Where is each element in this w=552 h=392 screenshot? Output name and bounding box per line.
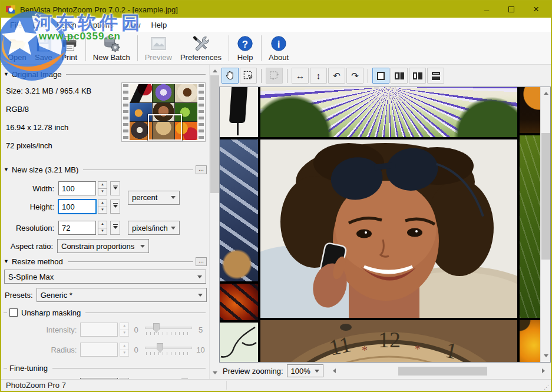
height-input[interactable] — [58, 200, 96, 214]
view-side-by-side-button[interactable] — [409, 68, 426, 84]
chevron-down-icon — [197, 275, 202, 281]
toolbar-separator — [229, 35, 229, 61]
menu-help[interactable]: Help — [146, 19, 172, 31]
scrollbar-thumb[interactable] — [541, 133, 550, 260]
intensity-max: 5 — [193, 325, 208, 334]
settings-panel-scrollbar[interactable] — [209, 65, 219, 379]
new-batch-button[interactable]: New Batch — [89, 33, 134, 64]
view-stacked-button[interactable] — [427, 68, 444, 84]
flip-vertical-button[interactable]: ↕ — [310, 68, 327, 84]
width-preset-button[interactable] — [110, 181, 120, 195]
scrollbar-thumb[interactable] — [398, 367, 487, 376]
intensity-stepper: ▲▼ — [120, 323, 128, 337]
width-stepper[interactable]: ▲▼ — [98, 181, 107, 195]
spin-down-icon[interactable]: ▼ — [98, 228, 107, 235]
thumb-cell-flower — [153, 84, 175, 102]
scroll-down-button[interactable] — [541, 352, 551, 362]
resolution-unit-select[interactable]: pixels/inch — [128, 221, 180, 235]
scroll-up-button[interactable] — [210, 65, 220, 75]
preview-toolbar: ↔ ↕ ↶ ↷ — [219, 65, 551, 87]
preview-cell-piano — [220, 87, 258, 137]
scrollbar-thumb[interactable] — [210, 75, 219, 193]
help-button[interactable]: ? Help — [232, 33, 258, 64]
height-stepper[interactable]: ▲▼ — [98, 200, 107, 214]
minimize-button[interactable]: – — [474, 2, 499, 17]
size-unit-select[interactable]: percent — [128, 191, 180, 205]
thumb-cell-coffee — [175, 84, 197, 102]
toolbar-separator — [137, 35, 138, 61]
new-size-section-header[interactable]: ▼ New size (3.21 MB) ... — [4, 165, 208, 174]
dropdown-arrow-icon — [113, 205, 118, 210]
menu-view[interactable]: View — [118, 19, 146, 31]
scroll-up-button[interactable] — [541, 87, 551, 97]
new-size-more-button[interactable]: ... — [196, 165, 207, 174]
scroll-right-icon — [542, 368, 547, 373]
spin-up-icon[interactable]: ▲ — [98, 221, 107, 228]
resize-method-section-header[interactable]: ▼ Resize method ... — [4, 257, 208, 266]
preview-vertical-scrollbar[interactable] — [540, 87, 550, 362]
scroll-down-button[interactable] — [210, 369, 220, 379]
view-side-by-side-icon — [413, 72, 422, 80]
radius-label: Radius: — [4, 346, 77, 354]
open-button[interactable]: Open — [4, 33, 31, 64]
preferences-button[interactable]: Preferences — [176, 33, 226, 64]
view-single-button[interactable] — [372, 68, 389, 84]
fine-tuning-header: Fine-tuning — [4, 363, 208, 373]
width-label: Width: — [4, 184, 54, 193]
preview-horizontal-scrollbar[interactable] — [328, 366, 550, 376]
presets-select[interactable]: Generic * — [37, 288, 207, 302]
resolution-stepper[interactable]: ▲▼ — [98, 221, 107, 235]
rotate-ccw-button[interactable]: ↶ — [328, 68, 345, 84]
collapse-arrow-icon: ▼ — [4, 167, 9, 172]
flip-horizontal-button[interactable]: ↔ — [292, 68, 309, 84]
chevron-down-icon — [171, 227, 176, 232]
height-preset-button[interactable] — [110, 200, 120, 214]
view-stacked-icon — [431, 72, 441, 80]
menu-options[interactable]: Options — [82, 19, 119, 31]
maximize-button[interactable] — [499, 2, 524, 17]
spin-down-icon[interactable]: ▼ — [98, 189, 107, 196]
width-input[interactable] — [58, 181, 96, 195]
aspect-ratio-select[interactable]: Constrain proportions — [57, 239, 149, 253]
spin-up-icon[interactable]: ▲ — [98, 200, 107, 207]
preview-viewport[interactable]: 11 12 1 * * — [219, 87, 551, 363]
scroll-right-button[interactable] — [540, 366, 550, 376]
resize-grip[interactable]: ⋰ — [544, 384, 550, 390]
resolution-preset-button[interactable] — [110, 221, 120, 235]
dropdown-arrow-icon — [113, 187, 118, 192]
scroll-left-button[interactable] — [328, 366, 338, 376]
help-icon: ? — [236, 35, 254, 52]
collapse-arrow-icon: ▼ — [4, 258, 9, 264]
resize-method-select[interactable]: S-Spline Max — [4, 270, 206, 284]
preview-image[interactable]: 11 12 1 * * — [220, 87, 540, 362]
resize-method-more-button[interactable]: ... — [196, 257, 207, 266]
crop-tool-button — [266, 68, 283, 84]
preview-bottom-bar: Preview zooming: 100% — [219, 363, 551, 379]
spin-up-icon[interactable]: ▲ — [98, 181, 107, 189]
thumbnail-selection-rect[interactable] — [148, 114, 182, 141]
menu-edit[interactable]: Edit — [28, 19, 51, 31]
resolution-input[interactable] — [58, 221, 96, 235]
save-button[interactable]: Save — [31, 33, 57, 64]
navigator-thumbnail[interactable] — [121, 82, 206, 142]
menu-batch[interactable]: Batch — [51, 19, 81, 31]
print-button[interactable]: Print — [57, 33, 82, 64]
spin-down-icon[interactable]: ▼ — [98, 207, 107, 214]
crop-icon — [269, 70, 280, 81]
preview-cell-chains — [220, 139, 258, 281]
view-split-button[interactable] — [391, 68, 408, 84]
rotate-cw-button[interactable]: ↷ — [346, 68, 363, 84]
unsharp-masking-checkbox[interactable] — [9, 308, 18, 317]
hand-tool-button[interactable] — [222, 68, 239, 84]
app-icon — [6, 5, 16, 15]
title-bar: BenVista PhotoZoom Pro 7.0.2 - [example.… — [1, 1, 551, 18]
dropdown-bar-icon — [113, 203, 118, 204]
about-button[interactable]: i About — [265, 33, 293, 64]
preview-zoom-select[interactable]: 100% — [287, 364, 323, 377]
rotate-cw-icon: ↷ — [351, 71, 359, 81]
marquee-tool-button[interactable] — [240, 68, 257, 84]
menu-file[interactable]: File — [5, 19, 28, 31]
original-image-section-header[interactable]: ▼ Original Image — [4, 69, 208, 79]
rotate-ccw-icon: ↶ — [333, 71, 341, 81]
close-button[interactable]: × — [524, 2, 548, 17]
